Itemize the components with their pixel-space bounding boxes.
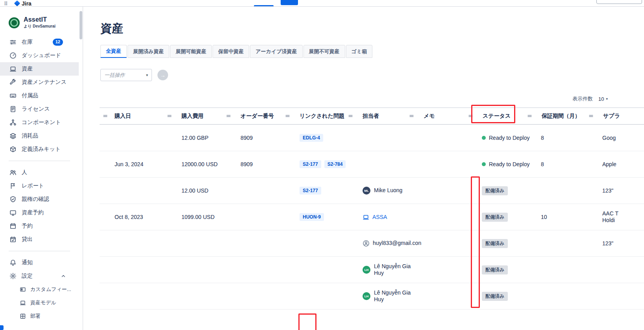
tab-deployable[interactable]: 展開可能資産 — [170, 45, 212, 58]
sidebar-item-assets[interactable]: 資産 — [0, 62, 79, 76]
linked-issue-chip[interactable]: S2-177 — [300, 187, 321, 195]
cell-warranty: 8 — [536, 151, 598, 177]
tab-pending[interactable]: 保留中資産 — [213, 45, 249, 58]
apply-bulk-action-button[interactable]: → — [157, 70, 168, 80]
flag-icon — [9, 182, 17, 189]
table-row[interactable]: Oct 8, 20231099.00 USDHUON-9ASSA配備済み10AA… — [100, 204, 644, 230]
sidebar-item-label: 予約 — [22, 222, 33, 230]
sidebar-item-asset-models[interactable]: 資産モデル — [0, 296, 79, 310]
cell-supplier: Apple — [598, 151, 644, 177]
calendar-check-icon — [9, 236, 17, 243]
cell-warranty — [536, 257, 598, 283]
filter-icon[interactable] — [348, 113, 353, 119]
column-header-status: ステータス — [477, 108, 536, 124]
sidebar-item-accessories[interactable]: 付属品 — [0, 89, 79, 102]
sidebar-item-asset-reservation[interactable]: 資産予約 — [0, 206, 79, 219]
cell-hidden — [100, 283, 109, 309]
cell-status: Ready to Deploy — [477, 151, 536, 177]
column-header-hidden — [100, 108, 109, 124]
sidebar-item-licenses[interactable]: ライセンス — [0, 102, 79, 116]
sidebar-item-label: 貸出 — [22, 236, 33, 243]
filter-icon[interactable] — [588, 113, 594, 119]
status-badge: 配備済み — [482, 239, 508, 248]
sidebar-scrollbar[interactable] — [79, 7, 83, 330]
cell-text: 12000.00 USD — [181, 161, 218, 167]
cell-hidden — [100, 178, 109, 204]
sidebar-item-inventory[interactable]: 在庫12 — [0, 35, 79, 49]
table-row[interactable]: 12.00 GBP8909EDLG-4Ready to Deploy8Goog — [100, 125, 644, 151]
cell-linked-issues: EDLG-4 — [294, 125, 357, 151]
sidebar-item-custody-check[interactable]: 親権の確認 — [0, 193, 79, 206]
tab-undeployable[interactable]: 展開不可資産 — [303, 45, 345, 58]
sidebar-item-label: コンポーネント — [22, 119, 61, 126]
filter-icon[interactable] — [409, 113, 414, 119]
jira-logo[interactable]: Jira — [15, 1, 31, 6]
sidebar-item-consumables[interactable]: 消耗品 — [0, 129, 79, 143]
linked-issue-chip[interactable]: EDLG-4 — [300, 134, 323, 142]
cell-text: 123" — [602, 240, 613, 247]
tab-archived[interactable]: アーカイブ済資産 — [250, 45, 302, 58]
filter-icon[interactable] — [103, 113, 108, 119]
tab-trash[interactable]: ゴミ箱 — [346, 45, 373, 58]
shield-icon — [9, 196, 17, 203]
sidebar-item-label: 設定 — [22, 273, 33, 280]
people-icon — [9, 169, 17, 176]
table-row[interactable]: Jun 3, 202412000.00 USD8909S2-177S2-784R… — [100, 151, 644, 178]
cell-text: 8909 — [241, 135, 253, 141]
table-row[interactable] — [100, 310, 644, 330]
assignee-avatar: ML — [363, 187, 370, 195]
cell-hidden — [100, 151, 109, 177]
filter-icon[interactable] — [285, 113, 290, 119]
scrollbar-thumb[interactable] — [80, 11, 82, 39]
sidebar-item-dashboard[interactable]: ダッシュボード — [0, 49, 79, 62]
column-label: ステータス — [483, 113, 511, 120]
sidebar-item-booking[interactable]: 予約 — [0, 219, 79, 233]
cell-text: Goog — [602, 135, 616, 141]
filter-icon[interactable] — [468, 113, 473, 119]
tab-all[interactable]: 全資産 — [100, 45, 127, 58]
linked-issue-chip[interactable]: S2-784 — [324, 160, 346, 168]
sidebar-item-checkout[interactable]: 貸出 — [0, 233, 79, 246]
sidebar-item-predefined-kits[interactable]: 定義済みキット — [0, 143, 79, 156]
app-switcher-icon[interactable]: ⠿ — [4, 1, 8, 6]
column-label: オーダー番号 — [241, 113, 274, 120]
cell-assignee: LHLê Nguyễn Gia Huy — [357, 283, 418, 309]
sidebar-item-asset-maintenance[interactable]: 資産メンテナンス — [0, 76, 79, 89]
linked-issue-chip[interactable]: S2-177 — [300, 160, 321, 168]
sidebar-item-label: ライセンス — [22, 106, 50, 113]
cell-assignee — [357, 151, 418, 177]
sidebar-item-reports[interactable]: レポート — [0, 179, 79, 193]
sidebar-item-people[interactable]: 人 — [0, 166, 79, 179]
table-row[interactable]: LHLê Nguyễn Gia Huy配備済み — [100, 283, 644, 310]
sidebar-item-components[interactable]: コンポーネント — [0, 116, 79, 129]
sidebar-item-custom-fields[interactable]: カスタムフィー... — [0, 283, 79, 296]
cell-supplier — [598, 283, 644, 309]
grid-icon — [20, 313, 26, 319]
tab-deployed[interactable]: 展開済み資産 — [128, 45, 169, 58]
card-icon — [20, 286, 26, 293]
cut-ui-fragment — [0, 325, 4, 330]
bulk-action-select[interactable]: 一括操作 ▾ — [100, 69, 152, 81]
sidebar-item-label: カスタムフィー... — [30, 286, 71, 293]
cell-linked-issues: HUON-9 — [294, 204, 357, 230]
filter-icon[interactable] — [226, 113, 231, 119]
assignee-asset-link[interactable]: ASSA — [372, 214, 387, 220]
filter-icon[interactable] — [527, 113, 532, 119]
sidebar-item-settings[interactable]: 設定 — [0, 269, 79, 283]
cell-status: 配備済み — [477, 257, 536, 283]
sidebar-item-notifications[interactable]: 通知 — [0, 256, 79, 269]
assignee-name: Lê Nguyễn Gia Huy — [374, 263, 415, 277]
divider — [9, 161, 70, 161]
sidebar-item-departments[interactable]: 部署 — [0, 310, 79, 323]
filter-icon[interactable] — [167, 113, 172, 119]
sidebar-item-label: 定義済みキット — [22, 146, 61, 153]
cell-assignee: LHLê Nguyễn Gia Huy — [357, 257, 418, 283]
table-row[interactable]: 12.00 USDS2-177MLMike Luong配備済み123" — [100, 178, 644, 204]
sidebar-item-label: 親権の確認 — [22, 196, 49, 203]
create-button[interactable] — [281, 0, 298, 5]
table-row[interactable]: LHLê Nguyễn Gia Huy配備済み — [100, 257, 644, 283]
table-row[interactable]: huyl833@gmail.con配備済み123" — [100, 230, 644, 257]
page-size-select[interactable]: 10 ▾ — [598, 96, 608, 102]
search-input[interactable] — [596, 0, 642, 4]
linked-issue-chip[interactable]: HUON-9 — [300, 213, 324, 221]
